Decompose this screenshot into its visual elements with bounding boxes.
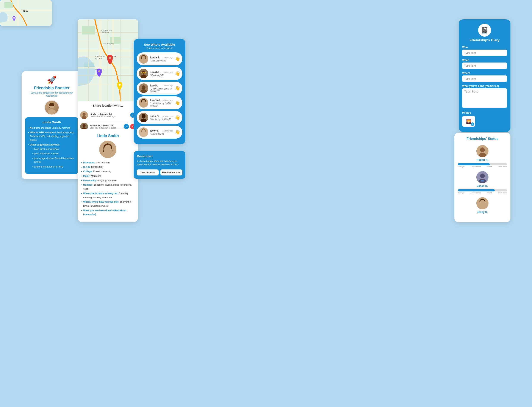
av-msg-jonah: "Movie night?" [150, 74, 173, 77]
wave-icon-jada[interactable]: 👋 [175, 115, 180, 120]
svg-text:POWELTON: POWELTON [95, 56, 105, 58]
activities-sub-list: have lunch on weekday go to Starbucks Le… [30, 147, 75, 169]
friendship-status-panel: Friendships' Status Robert H. Stranger A… [454, 133, 510, 222]
diary-title: Friendship's Diary [462, 38, 507, 42]
av-avatar-amy [139, 127, 148, 137]
reminder-buttons: Text her now Remind me later [137, 169, 182, 175]
av-avatar-lauren [139, 98, 148, 108]
diary-icon-area: 📓 [462, 24, 507, 37]
available-title: See Who's Available [137, 43, 182, 46]
svg-text:STRAWBERRY: STRAWBERRY [101, 30, 112, 31]
av-msg-leo: "Quick soccer game at Buckley?" [150, 87, 173, 92]
diary-photo-upload[interactable]: 🌄 + [462, 116, 475, 127]
landscape-icon: 🌄 [466, 119, 471, 124]
available-card-amy[interactable]: Amy V. 56 mins ago "Grab a bite at 👋 [137, 126, 182, 139]
status-person-jenny: Jenny K. [458, 197, 507, 214]
status-avatar-jenny [476, 197, 488, 209]
booster-avatar [44, 100, 59, 115]
reminder-text: It's been 8 days since the last time you… [137, 160, 182, 166]
activity-item: go to Starbucks LeBow [32, 152, 75, 156]
available-card-lauren[interactable]: Lauren I. 30 mins ago "I need a study bu… [137, 96, 182, 109]
svg-rect-7 [99, 19, 101, 101]
status-avatar-jason [476, 171, 488, 183]
av-avatar-leo [139, 83, 148, 93]
diary-photos-label: Photos [462, 111, 507, 114]
av-msg-amy: "Grab a bite at [150, 133, 173, 135]
svg-point-35 [83, 113, 86, 116]
av-time-linda: 2 mins ago [164, 56, 173, 59]
booster-person-name: Linda Smith [28, 120, 75, 124]
av-info-linda: Linda S. 2 mins ago "Let's get coffee!" [150, 56, 173, 62]
status-title: Friendships' Status [458, 137, 507, 141]
wave-icon-jonah[interactable]: 👋 [175, 71, 180, 76]
location-info-patrick: Patrick M. UPenn '23 Sent you a location… [90, 124, 122, 129]
profile-avatar [99, 141, 116, 158]
svg-text:SHARSWOOD: SHARSWOOD [103, 43, 114, 44]
status-avatar-robert [476, 145, 488, 157]
diary-panel: 📓 Friendship's Diary Who When Where What… [459, 19, 510, 132]
av-msg-jada: "Want to go thrifting?" [150, 118, 173, 120]
activity-item: have lunch on weekday [32, 147, 75, 151]
available-card-jonah[interactable]: Jonah L. 5 mins ago "Movie night?" 👋 [137, 67, 182, 80]
remind-later-button[interactable]: Remind me later [160, 169, 182, 175]
svg-point-1 [48, 109, 56, 114]
map-area: STRAWBERRY MANSION SHARSWOOD POWELTON VI… [78, 19, 138, 101]
av-info-jada: Jada O. 42 mins ago "Want to go thriftin… [150, 115, 173, 120]
svg-point-70 [13, 17, 15, 19]
wave-icon-leo[interactable]: 👋 [175, 86, 180, 91]
activity-item: join a yoga class at Drexel Recreation C… [32, 157, 75, 164]
av-avatar-jonah [139, 69, 148, 78]
av-msg-linda: "Let's get coffee!" [150, 60, 173, 62]
activity-item: explore restaurants in Philly [32, 165, 75, 169]
status-person-robert: Robert H. Stranger Acquaintance Friend C… [458, 145, 507, 168]
svg-text:VILLAGE: VILLAGE [95, 58, 102, 60]
av-name-linda: Linda S. [150, 56, 160, 59]
booster-title: Friendship Booster [25, 86, 78, 90]
location-avatar-linda [80, 111, 88, 119]
av-time-leo: 16 mins ago [163, 85, 173, 87]
map-panel: STRAWBERRY MANSION SHARSWOOD POWELTON VI… [78, 19, 138, 135]
svg-point-33 [119, 84, 121, 86]
wave-icon-lauren[interactable]: 👋 [175, 100, 180, 105]
av-avatar-linda [139, 54, 148, 63]
svg-point-44 [142, 56, 146, 60]
notebook-icon: 📓 [481, 27, 488, 34]
av-info-lauren: Lauren I. 30 mins ago "I need a study bu… [150, 99, 173, 107]
available-card-leo[interactable]: Leo K. 16 mins ago "Quick soccer game at… [137, 82, 182, 95]
svg-point-38 [83, 124, 86, 127]
diary-memories-textarea[interactable] [462, 88, 507, 108]
diary-where-label: Where [462, 71, 507, 75]
av-time-amy: 56 mins ago [163, 130, 173, 132]
plus-icon: + [471, 122, 474, 126]
location-status-linda: Last Active 23 minutes ago [90, 115, 128, 118]
svg-rect-68 [4, 2, 13, 8]
friendship-booster-panel: 🚀 Friendship Booster Look at the suggest… [22, 71, 82, 179]
available-card-jada[interactable]: Jada O. 42 mins ago "Want to go thriftin… [137, 111, 182, 124]
location-name-linda: Linda H. Temple '24 [90, 113, 128, 115]
available-card-linda[interactable]: Linda S. 2 mins ago "Let's get coffee!" … [137, 52, 182, 65]
svg-point-79 [480, 200, 485, 204]
diary-where-input[interactable] [462, 75, 507, 82]
svg-point-28 [109, 57, 111, 59]
svg-point-55 [142, 88, 145, 90]
diary-who-field: Who [462, 46, 507, 56]
av-time-jonah: 5 mins ago [164, 71, 173, 73]
wave-icon-linda[interactable]: 👋 [175, 56, 180, 62]
wave-icon-amy[interactable]: 👋 [175, 130, 180, 135]
diary-who-input[interactable] [462, 50, 507, 56]
diary-when-input[interactable] [462, 63, 507, 69]
status-bar-labels-jason: Stranger Acquaintance Friend Close frien… [458, 192, 507, 194]
profile-panel: Linda Smith Pronouns: she/ her/ hers D.O… [78, 129, 138, 222]
booster-header: 🚀 Friendship Booster Look at the suggest… [25, 75, 78, 97]
location-row-linda: Linda H. Temple '24 Last Active 23 minut… [80, 110, 135, 121]
av-info-jonah: Jonah L. 5 mins ago "Movie night?" [150, 71, 173, 77]
av-msg-lauren: "I need a study buddy for calc!" [150, 102, 173, 107]
diary-memories-field: What you've done (memories) [462, 85, 507, 109]
available-subtitle: Send a wave to hangout! [137, 47, 182, 49]
reminder-panel: Reminder! It's been 8 days since the las… [134, 151, 185, 179]
av-avatar-jada [139, 113, 148, 122]
text-now-button[interactable]: Text her now [137, 169, 159, 175]
accept-location-button[interactable]: ✓ [124, 124, 129, 129]
svg-text:Phila: Phila [22, 9, 28, 13]
diary-when-field: When [462, 59, 507, 69]
